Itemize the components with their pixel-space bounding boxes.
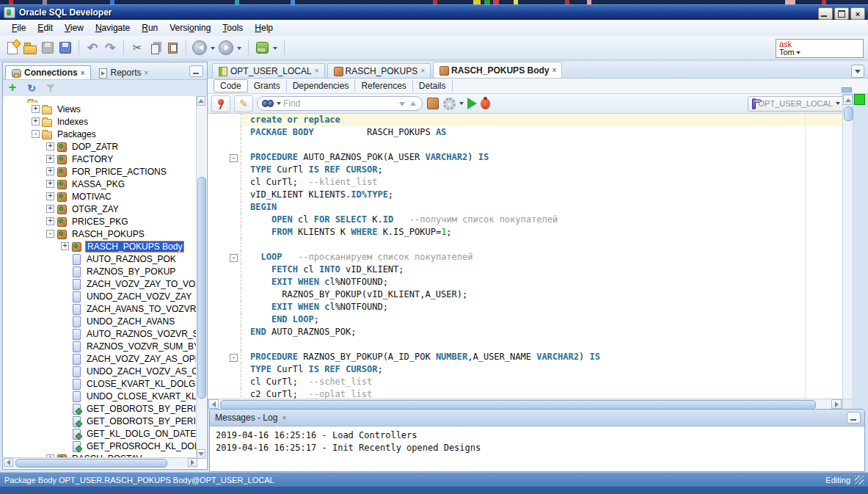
tab-list-dropdown-button[interactable] (851, 65, 864, 78)
code-editor[interactable]: create or replacePACKAGE BODY RASCH_POKU… (208, 114, 842, 399)
add-button[interactable] (6, 81, 19, 95)
maximize-button[interactable] (834, 7, 849, 20)
editor-tab-opt-user-local[interactable]: OPT_USER_LOCAL× (212, 63, 325, 78)
tree-item-prices-pkg[interactable]: +PRICES_PKG (4, 215, 197, 228)
tree-item-rasch-pokups[interactable]: -RASCH_POKUPS (4, 228, 197, 240)
tree-item-get-prosroch-kl-dolg-on[interactable]: GET_PROSROCH_KL_DOLG_ON_ (4, 440, 197, 452)
tab-reports[interactable]: Reports× (92, 65, 155, 79)
expand-toggle[interactable]: + (46, 205, 54, 213)
tree-item-undo-zach-avans[interactable]: UNDO_ZACH_AVANS (4, 315, 197, 327)
close-tab-icon[interactable]: × (552, 66, 556, 74)
tree-item-raznos-by-pokup[interactable]: RAZNOS_BY_POKUP (4, 265, 197, 277)
open-icon[interactable] (22, 40, 38, 56)
editor-tab-rasch-pokups-body[interactable]: RASCH_POKUPS Body× (433, 62, 562, 78)
tree-item-for-price-actions[interactable]: +FOR_PRICE_ACTIONS (4, 165, 197, 178)
expand-toggle[interactable]: + (46, 192, 54, 200)
editor-vertical-scrollbar[interactable] (842, 94, 853, 410)
compile-button[interactable] (443, 98, 456, 110)
subtab-grants[interactable]: Grants (248, 80, 287, 92)
close-tab-icon[interactable]: × (315, 67, 319, 75)
edit-button[interactable]: ✎ (234, 95, 253, 112)
dropdown-caret-icon[interactable] (209, 40, 216, 56)
tree-item-motivac[interactable]: +MOTIVAC (4, 190, 197, 203)
refresh-button[interactable] (25, 81, 38, 95)
cut-icon[interactable] (129, 40, 145, 56)
expand-toggle[interactable]: + (46, 167, 54, 175)
tree-item-otgr-zay[interactable]: +OTGR_ZAY (4, 203, 197, 215)
tree-item-auto-raznos-vozvr-sums[interactable]: AUTO_RAZNOS_VOZVR_SUMS (4, 327, 197, 340)
title-bar[interactable]: Oracle SQL Developer × (0, 4, 868, 20)
tree-item-factory[interactable]: +FACTORY (4, 153, 197, 165)
copy-icon[interactable] (147, 40, 163, 56)
tree-item-undo-zach-vozv-as-opl[interactable]: UNDO_ZACH_VOZV_AS_OPL (4, 365, 197, 377)
expand-toggle[interactable]: + (46, 180, 54, 188)
expand-toggle[interactable]: + (46, 155, 54, 163)
find-next-button[interactable] (398, 99, 406, 108)
menu-help[interactable]: Help (249, 21, 279, 34)
tree-item-get-oborots-by-period-kr[interactable]: GET_OBOROTS_BY_PERIOD_KR (4, 415, 197, 427)
subtab-references[interactable]: References (355, 80, 412, 92)
menu-versioning[interactable]: Versioning (164, 21, 216, 34)
tree-item-undo-close-kvart-kl-dolg[interactable]: UNDO_CLOSE_KVART_KL_DOLG (4, 390, 197, 402)
close-tab-icon[interactable]: × (282, 414, 286, 422)
fold-toggle[interactable]: - (230, 254, 238, 262)
undo-icon[interactable] (84, 40, 101, 56)
paste-icon[interactable] (164, 40, 180, 56)
find-box[interactable]: Find (257, 96, 423, 111)
filter-button[interactable] (44, 81, 57, 95)
menu-file[interactable]: File (6, 21, 32, 34)
tree-item-rasch-pokups-body[interactable]: +RASCH_POKUPS Body (4, 240, 197, 253)
tab-messages-log[interactable]: Messages - Log × (215, 413, 286, 423)
dropdown-caret-icon[interactable] (236, 40, 243, 56)
splitter-handle[interactable] (842, 87, 852, 92)
tree-item-undo-zach-vozv-zay[interactable]: UNDO_ZACH_VOZV_ZAY (4, 290, 197, 302)
dropdown-caret-icon[interactable] (277, 102, 281, 107)
close-tab-icon[interactable]: × (145, 69, 149, 77)
pin-button[interactable] (211, 95, 230, 112)
subtab-details[interactable]: Details (413, 80, 453, 92)
fold-toggle[interactable]: - (230, 354, 238, 362)
minimize-button[interactable] (818, 7, 833, 20)
save-icon[interactable] (40, 40, 56, 56)
expand-toggle[interactable]: + (61, 242, 69, 250)
tree-item-raznos-vozvr-sum-by-klien[interactable]: RAZNOS_VOZVR_SUM_BY_KLIEN (4, 340, 197, 352)
expand-toggle[interactable]: + (46, 142, 54, 150)
menu-navigate[interactable]: Navigate (90, 21, 136, 34)
find-previous-button[interactable] (409, 99, 417, 108)
subtab-dependencies[interactable]: Dependencies (287, 80, 356, 92)
connection-selector[interactable]: OPT_USER_LOCAL (748, 96, 845, 112)
connections-icon[interactable] (254, 40, 270, 56)
minimize-messages-button[interactable] (847, 412, 861, 424)
tree-item-packages[interactable]: -Packages (4, 128, 197, 140)
minimize-panel-button[interactable] (189, 65, 203, 77)
tab-connections[interactable]: Connections× (5, 65, 91, 79)
menu-tools[interactable]: Tools (216, 21, 249, 34)
dropdown-caret-icon[interactable] (271, 40, 279, 56)
redo-icon[interactable] (102, 40, 118, 56)
expand-toggle[interactable]: - (46, 230, 54, 238)
close-button[interactable]: × (850, 7, 865, 20)
close-tab-icon[interactable]: × (420, 67, 425, 75)
fold-toggle[interactable]: - (230, 154, 238, 162)
expand-toggle[interactable]: + (32, 117, 40, 126)
tree-item-zach-vozv-zay-as-opl[interactable]: ZACH_VOZV_ZAY_AS_OPL (4, 352, 197, 365)
tree-item-zach-avans-to-vozvratsum[interactable]: ZACH_AVANS_TO_VOZVRATSUM (4, 302, 197, 315)
debug-button[interactable] (481, 98, 490, 109)
resize-grip[interactable] (855, 476, 864, 484)
tree-item-get-kl-dolg-on-date[interactable]: GET_KL_DOLG_ON_DATE (4, 427, 197, 440)
new-file-icon[interactable] (4, 40, 21, 56)
tree-item-close-kvart-kl-dolgs[interactable]: CLOSE_KVART_KL_DOLGS (4, 377, 197, 390)
tree-item-get-oborots-by-period-de[interactable]: GET_OBOROTS_BY_PERIOD_DE (4, 402, 197, 415)
expand-toggle[interactable]: + (32, 105, 40, 113)
tree-item-zach-vozv-zay-to-vozvrat[interactable]: ZACH_VOZV_ZAY_TO_VOZVRAT (4, 277, 197, 290)
expand-toggle[interactable]: - (32, 130, 40, 138)
tree-item-auto-raznos-pok[interactable]: AUTO_RAZNOS_POK (4, 253, 197, 265)
tree-horizontal-scrollbar[interactable] (4, 457, 197, 468)
save-all-icon[interactable] (57, 40, 73, 56)
editor-tab-rasch-pokups[interactable]: RASCH_POKUPS× (327, 63, 431, 78)
tree-item-indexes[interactable]: +Indexes (4, 115, 197, 128)
close-tab-icon[interactable]: × (81, 69, 85, 77)
tree-item-dop-zatr[interactable]: +DOP_ZATR (4, 140, 197, 153)
menu-view[interactable]: View (59, 21, 90, 34)
tree-item-views[interactable]: +Views (4, 103, 197, 115)
